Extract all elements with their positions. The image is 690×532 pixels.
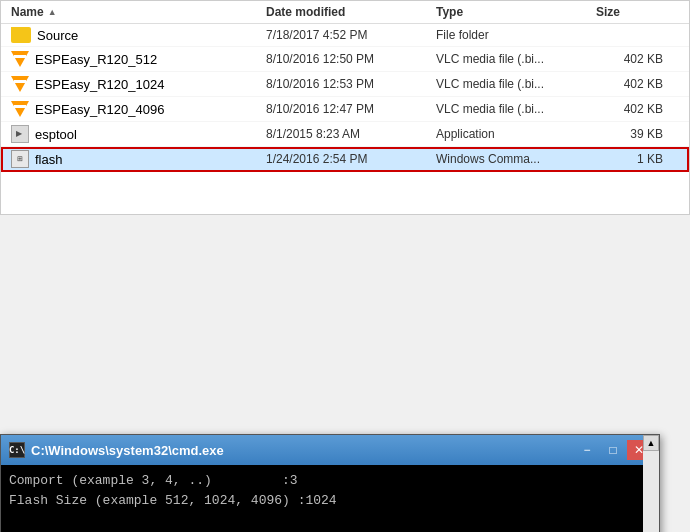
scroll-up-arrow[interactable]: ▲: [643, 435, 659, 451]
table-row[interactable]: ESPEasy_R120_512 8/10/2016 12:50 PM VLC …: [1, 47, 689, 72]
row-name-cell: ESPEasy_R120_4096: [1, 100, 266, 118]
cmd-titlebar: C:\ C:\Windows\system32\cmd.exe − □ ✕: [1, 435, 659, 465]
row-name-cell: ESPEasy_R120_1024: [1, 75, 266, 93]
col-header-size[interactable]: Size: [596, 5, 671, 19]
table-row[interactable]: esptool 8/1/2015 8:23 AM Application 39 …: [1, 122, 689, 147]
cmd-line-2: Flash Size (example 512, 1024, 4096) :10…: [9, 491, 651, 511]
cmd-controls: − □ ✕: [575, 440, 651, 460]
cmd-app-icon: C:\: [9, 442, 25, 458]
cmd-line-1: Comport (example 3, 4, ..) :3: [9, 471, 651, 491]
vlc-icon: [11, 50, 29, 68]
table-row[interactable]: Source 7/18/2017 4:52 PM File folder: [1, 24, 689, 47]
cmd-body-wrapper: Comport (example 3, 4, ..) :3 Flash Size…: [1, 465, 659, 532]
explorer-header: Name ▲ Date modified Type Size: [1, 1, 689, 24]
scroll-track[interactable]: [643, 451, 659, 532]
folder-icon: [11, 27, 31, 43]
vlc-icon: [11, 75, 29, 93]
table-row[interactable]: ESPEasy_R120_1024 8/10/2016 12:53 PM VLC…: [1, 72, 689, 97]
sort-arrow-icon: ▲: [48, 7, 57, 17]
col-header-date[interactable]: Date modified: [266, 5, 436, 19]
col-header-type[interactable]: Type: [436, 5, 596, 19]
minimize-button[interactable]: −: [575, 440, 599, 460]
row-name-cell: Source: [1, 27, 266, 43]
row-name-cell: ESPEasy_R120_512: [1, 50, 266, 68]
row-name-cell: esptool: [1, 125, 266, 143]
vlc-icon: [11, 100, 29, 118]
bat-icon: ⊞: [11, 150, 29, 168]
cmd-line-3: Build (example 71, 72, ..) :120_: [9, 510, 651, 532]
file-explorer: Name ▲ Date modified Type Size Source 7/…: [0, 0, 690, 215]
cmd-scrollbar: ▲ ▼: [643, 435, 659, 532]
cmd-window: C:\ C:\Windows\system32\cmd.exe − □ ✕ Co…: [0, 434, 660, 532]
col-header-name[interactable]: Name ▲: [1, 5, 266, 19]
maximize-button[interactable]: □: [601, 440, 625, 460]
table-row[interactable]: ESPEasy_R120_4096 8/10/2016 12:47 PM VLC…: [1, 97, 689, 122]
app-icon: [11, 125, 29, 143]
cmd-body[interactable]: Comport (example 3, 4, ..) :3 Flash Size…: [1, 465, 659, 532]
row-name-cell: ⊞ flash: [1, 150, 266, 168]
table-row[interactable]: ⊞ flash 1/24/2016 2:54 PM Windows Comma.…: [1, 147, 689, 172]
cmd-title-text: C:\Windows\system32\cmd.exe: [31, 443, 224, 458]
cmd-title-left: C:\ C:\Windows\system32\cmd.exe: [9, 442, 224, 458]
